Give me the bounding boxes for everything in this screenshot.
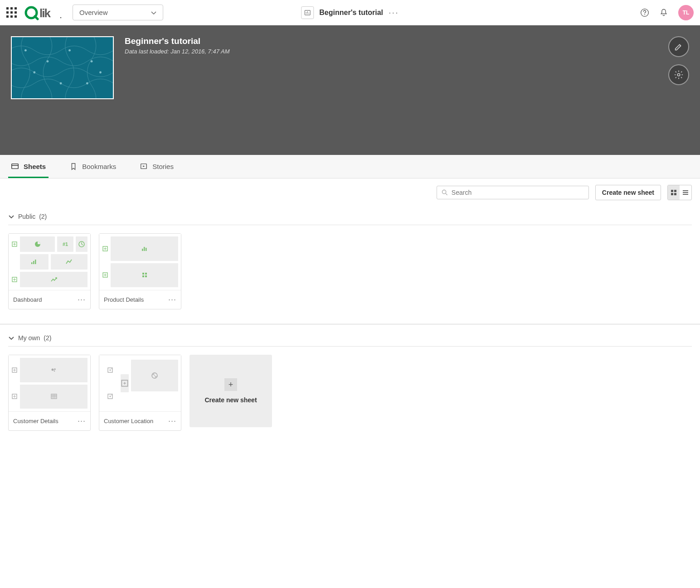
hero-panel: Beginner's tutorial Data last loaded: Ja… (0, 25, 700, 155)
svg-point-15 (99, 71, 102, 73)
section-public-label: Public (18, 213, 35, 220)
view-toggle (667, 185, 692, 200)
svg-rect-38 (144, 247, 145, 251)
sheet-card-customer-location[interactable]: Customer Location ··· (99, 355, 181, 431)
card-title: Dashboard (13, 296, 42, 303)
svg-rect-34 (35, 260, 36, 264)
svg-rect-28 (683, 194, 688, 195)
plus-icon: + (224, 378, 237, 391)
page-title: Beginner's tutorial (319, 9, 383, 17)
svg-rect-39 (146, 248, 147, 251)
sheet-card-customer-details[interactable]: Customer Details ··· (8, 355, 91, 431)
section-public: Public (2) #1 (0, 207, 700, 316)
card-preview (9, 355, 90, 411)
card-title: Customer Details (13, 418, 58, 424)
tabs: Sheets Bookmarks Stories (0, 155, 700, 178)
svg-point-6 (644, 14, 645, 15)
svg-rect-42 (145, 273, 147, 275)
svg-rect-7 (12, 37, 112, 98)
svg-point-14 (86, 82, 88, 85)
svg-rect-50 (51, 394, 57, 399)
tab-bookmarks-label: Bookmarks (82, 163, 116, 170)
view-dropdown-label: Overview (79, 9, 108, 16)
svg-rect-23 (674, 190, 676, 192)
section-public-header[interactable]: Public (2) (8, 208, 692, 225)
section-my-own: My own (2) Customer Details ··· (0, 328, 700, 437)
app-icon (301, 6, 314, 19)
hero-title: Beginner's tutorial (125, 36, 230, 46)
search-icon (442, 189, 448, 196)
bell-icon[interactable] (659, 8, 668, 17)
tab-bookmarks[interactable]: Bookmarks (67, 155, 119, 178)
card-more-icon[interactable]: ··· (168, 295, 176, 304)
svg-rect-17 (12, 164, 18, 169)
svg-point-8 (24, 49, 27, 52)
svg-rect-41 (142, 273, 144, 275)
svg-text:lik: lik (39, 6, 51, 20)
tab-stories-label: Stories (152, 163, 174, 170)
create-new-sheet-card[interactable]: + Create new sheet (190, 355, 272, 427)
tab-sheets-label: Sheets (24, 163, 46, 170)
top-bar: lik Overview Beginner's tutorial ··· TL (0, 0, 700, 25)
svg-point-11 (33, 71, 35, 73)
svg-rect-32 (31, 262, 33, 264)
svg-point-47 (54, 368, 56, 370)
breadcrumb: Beginner's tutorial ··· (301, 6, 399, 19)
card-preview: #1 (9, 234, 90, 290)
more-menu-icon[interactable]: ··· (389, 7, 399, 18)
svg-rect-25 (674, 193, 676, 195)
chevron-down-icon (8, 213, 15, 220)
search-input-wrapper[interactable] (437, 186, 589, 199)
qlik-logo[interactable]: lik (24, 5, 65, 20)
chevron-down-icon (151, 10, 156, 15)
user-avatar[interactable]: TL (678, 5, 694, 20)
card-more-icon[interactable]: ··· (78, 295, 86, 304)
svg-point-13 (91, 60, 93, 63)
svg-rect-27 (683, 192, 688, 193)
help-icon[interactable] (640, 8, 649, 17)
svg-point-16 (677, 73, 680, 76)
section-my-own-count: (2) (44, 334, 51, 342)
svg-point-10 (68, 49, 71, 52)
svg-rect-44 (145, 275, 147, 277)
svg-line-1 (35, 16, 38, 19)
svg-rect-26 (683, 190, 688, 191)
card-more-icon[interactable]: ··· (78, 416, 86, 426)
svg-rect-37 (142, 249, 143, 251)
svg-rect-22 (671, 190, 673, 192)
section-my-own-label: My own (18, 334, 40, 342)
view-dropdown[interactable]: Overview (73, 5, 163, 20)
search-input[interactable] (452, 189, 584, 196)
svg-rect-33 (33, 261, 34, 264)
section-public-count: (2) (39, 213, 47, 220)
edit-button[interactable] (668, 36, 689, 57)
sheets-toolbar: Create new sheet (0, 178, 700, 207)
svg-rect-24 (671, 193, 673, 195)
create-new-sheet-button[interactable]: Create new sheet (595, 185, 661, 200)
apps-menu-icon[interactable] (6, 7, 17, 18)
svg-line-21 (446, 193, 447, 195)
svg-point-46 (51, 368, 53, 371)
grid-view-button[interactable] (668, 185, 680, 200)
svg-point-12 (60, 82, 62, 85)
app-thumbnail (11, 36, 114, 99)
hero-subtitle: Data last loaded: Jan 12, 2016, 7:47 AM (125, 48, 230, 55)
card-preview (99, 234, 181, 290)
svg-point-9 (47, 60, 49, 63)
card-title: Customer Location (104, 418, 153, 424)
svg-point-20 (442, 190, 446, 193)
card-preview (99, 355, 181, 411)
section-my-own-header[interactable]: My own (2) (8, 330, 692, 346)
card-more-icon[interactable]: ··· (168, 416, 176, 426)
settings-button[interactable] (668, 64, 689, 85)
card-title: Product Details (104, 296, 144, 303)
tab-stories[interactable]: Stories (137, 155, 176, 178)
sheet-card-dashboard[interactable]: #1 Dashboard ··· (8, 233, 91, 309)
svg-point-48 (53, 370, 55, 371)
list-view-button[interactable] (680, 185, 691, 200)
create-new-label: Create new sheet (204, 396, 257, 404)
tab-sheets[interactable]: Sheets (8, 155, 49, 178)
chevron-down-icon (8, 335, 15, 341)
svg-point-3 (60, 17, 62, 18)
sheet-card-product-details[interactable]: Product Details ··· (99, 233, 181, 309)
